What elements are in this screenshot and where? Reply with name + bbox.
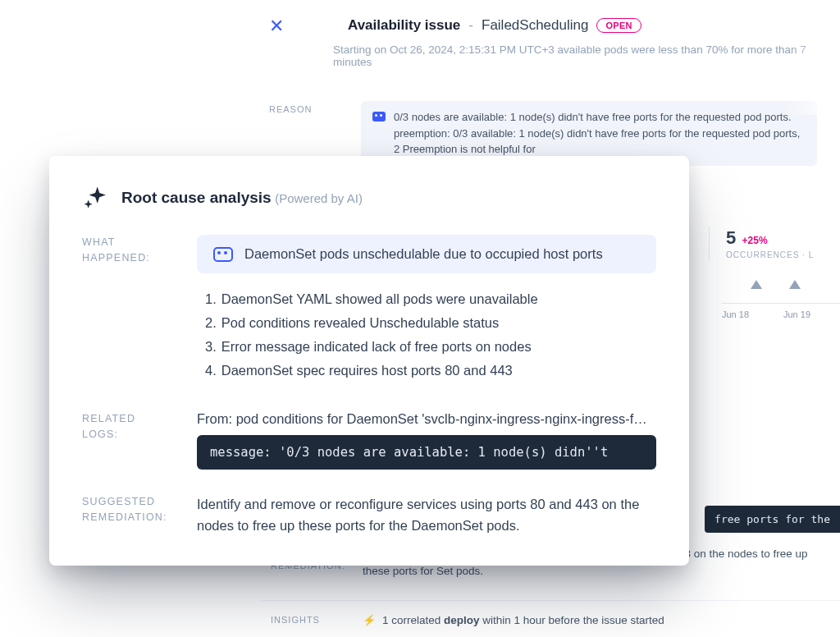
issue-title-rest: FailedScheduling bbox=[482, 17, 588, 34]
list-item: 3.Error message indicated lack of free p… bbox=[197, 339, 656, 355]
rca-powered-by: (Powered by AI) bbox=[275, 191, 363, 205]
logs-code-block: message: '0/3 nodes are available: 1 nod… bbox=[197, 435, 656, 470]
list-item: 2.Pod conditions revealed Unschedulable … bbox=[197, 315, 656, 331]
occurrences-stat: 5 +25% OCCURRENCES · L bbox=[709, 226, 840, 261]
rca-card: Root cause analysis (Powered by AI) WHAT… bbox=[49, 156, 689, 566]
issue-header: ✕ Availability issue - FailedScheduling … bbox=[246, 15, 840, 68]
logs-from-line: From: pod conditions for DaemonSet 'svcl… bbox=[197, 411, 656, 427]
status-badge: OPEN bbox=[596, 18, 641, 33]
rca-summary-robot-icon bbox=[213, 247, 233, 262]
what-happened-label: WHAT HAPPENED: bbox=[82, 235, 197, 387]
occurrences-value: 5 bbox=[726, 227, 736, 248]
rca-steps-list: 1.DaemonSet YAML showed all pods were un… bbox=[197, 291, 656, 378]
close-icon[interactable]: ✕ bbox=[269, 15, 284, 35]
list-item: 4.DaemonSet spec requires host ports 80 … bbox=[197, 363, 656, 378]
rca-title: Root cause analysis bbox=[121, 189, 272, 206]
occurrences-label: OCCURRENCES · L bbox=[726, 250, 840, 259]
bolt-icon: ⚡ bbox=[363, 614, 376, 626]
timeline-label: Jun 18 bbox=[722, 309, 749, 319]
occurrences-delta: +25% bbox=[742, 235, 768, 246]
issue-title-sep: - bbox=[468, 17, 473, 34]
suggested-remediation-text: Identify and remove or reconfigure servi… bbox=[197, 494, 656, 536]
list-item: 1.DaemonSet YAML showed all pods were un… bbox=[197, 291, 656, 307]
timeline-marker-icon bbox=[789, 280, 801, 289]
suggested-remediation-label: SUGGESTED REMEDIATION: bbox=[82, 494, 197, 536]
reason-robot-icon bbox=[372, 112, 386, 121]
timeline-axis: Jun 18 Jun 19 bbox=[722, 275, 840, 324]
timeline-label: Jun 19 bbox=[783, 309, 810, 319]
related-logs-label: RELATED LOGS: bbox=[82, 411, 197, 470]
timeline-marker-icon bbox=[751, 280, 762, 289]
log-code-snippet-right: free ports for the bbox=[705, 506, 840, 533]
insights-text: ⚡1 correlated deploy within 1 hour befor… bbox=[363, 612, 832, 630]
issue-title-strong: Availability issue bbox=[348, 17, 460, 34]
reason-text: 0/3 nodes are available: 1 node(s) didn'… bbox=[394, 109, 806, 158]
sparkle-icon bbox=[82, 184, 110, 212]
insights-label: INSIGHTS bbox=[271, 612, 363, 630]
rca-summary-text: DaemonSet pods unschedulable due to occu… bbox=[244, 246, 603, 262]
issue-subtitle: Starting on Oct 26, 2024, 2:15:31 PM UTC… bbox=[333, 44, 817, 68]
rca-summary-box: DaemonSet pods unschedulable due to occu… bbox=[197, 235, 656, 273]
